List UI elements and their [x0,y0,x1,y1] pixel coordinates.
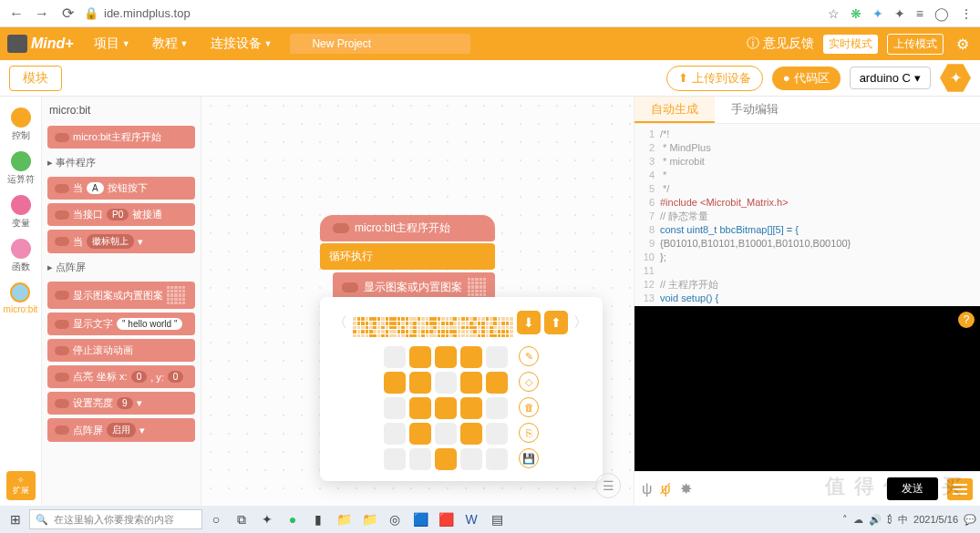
tab-auto-code[interactable]: 自动生成 [634,97,715,123]
preset-pattern[interactable] [433,317,453,337]
matrix-cell[interactable] [486,448,508,470]
app-icon[interactable]: ▤ [485,507,509,531]
chrome-icon[interactable]: ◎ [383,507,407,531]
matrix-cell[interactable] [486,423,508,445]
matrix-cell[interactable] [435,423,457,445]
cortana-icon[interactable]: ○ [204,507,228,531]
matrix-cell[interactable] [486,372,508,394]
star-icon[interactable]: ☆ [828,6,840,21]
matrix-grid[interactable] [384,346,508,470]
matrix-cell[interactable] [409,397,431,419]
settings-icon[interactable]: ⚙ [953,34,973,54]
preset-pattern[interactable] [453,317,473,337]
block-when-pin[interactable]: 当接口P0被接通 [47,203,195,226]
tray-icon[interactable]: 🔊 [869,514,882,526]
preset-next[interactable]: 〉 [572,313,590,333]
matrix-cell[interactable] [460,372,482,394]
menu-tutorial[interactable]: 教程▼ [143,36,198,52]
project-name-input[interactable] [290,34,470,54]
app-icon[interactable]: 🟦 [408,507,432,531]
cat-microbit[interactable]: micro:bit [4,279,38,318]
ext-bird-icon[interactable]: ✦ [872,6,883,21]
tray-icon[interactable]: ☁ [853,514,863,526]
cat-operators[interactable]: 运算符 [7,148,35,190]
language-select[interactable]: arduino C▾ [850,67,931,89]
app-icon[interactable]: 🟥 [434,507,458,531]
terminal[interactable]: ? [634,306,980,471]
matrix-cell[interactable] [409,346,431,368]
matrix-cell[interactable] [409,372,431,394]
notifications-icon[interactable]: 💬 [964,514,976,526]
matrix-cell[interactable] [460,397,482,419]
matrix-cell[interactable] [384,448,406,470]
tab-manual-code[interactable]: 手动编辑 [715,97,795,123]
app-icon[interactable]: ✦ [255,507,279,531]
menu-project[interactable]: 项目▼ [85,36,139,52]
usb-icon[interactable]: ψ [642,481,652,497]
cat-variables[interactable]: 变量 [11,191,31,233]
taskview-icon[interactable]: ⧉ [230,507,253,531]
reload-icon[interactable]: ⟳ [58,5,77,22]
bug-icon[interactable]: ✸ [680,480,692,497]
kebab-icon[interactable]: ⋮ [960,6,973,21]
preset-up-button[interactable]: ⬆ [544,311,568,334]
hat-block[interactable]: micro:bit主程序开始 [320,215,495,241]
cat-functions[interactable]: 函数 [11,235,31,277]
upload-to-device-button[interactable]: ⬆上传到设备 [666,66,763,91]
matrix-cell[interactable] [435,448,457,470]
ext-puzzle-icon[interactable]: ✦ [894,6,905,21]
tray-ime-icon[interactable]: 中 [898,513,908,527]
back-icon[interactable]: ← [7,5,26,22]
usb-disconnect-icon[interactable]: ψ̸ [661,480,671,497]
app-icon[interactable]: ▮ [306,507,330,531]
recenter-button[interactable]: ☰ [595,473,621,498]
tray-up-icon[interactable]: ˄ [842,514,848,526]
explorer-icon[interactable]: 📁 [357,507,381,531]
block-when-tilt[interactable]: 当徽标朝上▾ [47,230,195,253]
app-icon[interactable]: 📁 [332,507,356,531]
block-show-pattern[interactable]: 显示图案或内置图案 [47,282,195,309]
mode-upload[interactable]: 上传模式 [887,34,944,55]
tab-module[interactable]: 模块 [9,66,62,91]
preset-pattern[interactable] [493,317,513,337]
feedback-link[interactable]: ⓘ意见反馈 [747,36,814,52]
preset-prev[interactable]: 〈 [331,313,349,333]
matrix-cell[interactable] [409,448,431,470]
matrix-cell[interactable] [486,397,508,419]
edit-tool-icon[interactable]: ✎ [519,346,539,366]
matrix-cell[interactable] [384,423,406,445]
tray-icon[interactable]: ₿ [887,514,892,525]
preset-pattern[interactable] [353,317,373,337]
matrix-cell[interactable] [460,448,482,470]
cat-control[interactable]: 控制 [11,104,31,146]
matrix-cell[interactable] [384,346,406,368]
loop-block[interactable]: 循环执行 [320,243,495,270]
copy-tool-icon[interactable]: ⎘ [519,423,539,443]
delete-tool-icon[interactable]: 🗑 [519,397,539,417]
block-show-text[interactable]: 显示文字" hello world " [47,313,195,335]
block-when-button[interactable]: 当A按钮按下 [47,177,195,200]
ext-menu-icon[interactable]: ≡ [916,6,923,21]
block-brightness[interactable]: 设置亮度9▾ [47,392,195,415]
extensions-button[interactable]: ✧扩展 [6,471,36,500]
mode-realtime[interactable]: 实时模式 [823,35,878,54]
preset-pattern[interactable] [413,317,433,337]
bee-icon[interactable]: ✦ [940,63,971,94]
matrix-cell[interactable] [460,423,482,445]
erase-tool-icon[interactable]: ◇ [519,372,539,392]
word-icon[interactable]: W [459,507,483,531]
block-led-enable[interactable]: 点阵屏启用▾ [47,418,195,442]
matrix-cell[interactable] [384,372,406,394]
matrix-cell[interactable] [435,397,457,419]
start-icon[interactable]: ⊞ [4,507,27,531]
matrix-cell[interactable] [384,397,406,419]
ext-evernote-icon[interactable]: ❋ [851,6,861,21]
preset-down-button[interactable]: ⬇ [517,311,541,334]
help-icon[interactable]: ? [958,312,975,328]
matrix-cell[interactable] [435,346,457,368]
matrix-cell[interactable] [486,346,508,368]
taskbar-search[interactable]: 🔍在这里输入你要搜索的内容 [29,509,202,529]
save-tool-icon[interactable]: 💾 [519,448,539,468]
block-start[interactable]: micro:bit主程序开始 [47,126,195,149]
preset-pattern[interactable] [373,317,393,337]
